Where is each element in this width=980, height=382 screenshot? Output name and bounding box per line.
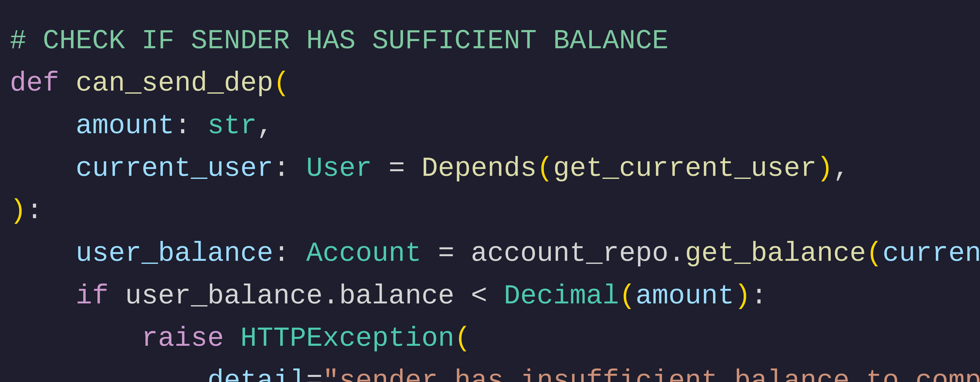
code-token-plain [10,365,207,382]
code-token-type-name: Decimal [504,280,619,312]
code-token-paren: ) [10,195,26,226]
code-token-param-name: amount [76,110,174,142]
code-token-param-name: detail [207,365,306,382]
code-token-plain: = [372,153,422,184]
code-token-param-name: amount [635,280,734,312]
code-token-paren: ) [817,153,833,184]
code-token-type-name: str [207,110,257,142]
code-token-keyword: raise [142,323,224,354]
code-editor: # CHECK IF SENDER HAS SUFFICIENT BALANCE… [10,20,960,382]
code-token-paren: ) [734,280,751,312]
code-token-keyword: if [76,280,108,312]
code-line: user_balance: Account = account_repo.get… [10,232,960,275]
code-token-plain [10,323,142,354]
code-token-param-name: current_user [883,238,980,269]
code-token-paren: ( [537,153,553,184]
code-line: ): [10,189,960,232]
code-token-param-name: user_balance [76,238,273,269]
code-token-plain [10,110,76,142]
code-token-plain: : [26,195,43,226]
code-line: def can_send_dep( [10,62,960,105]
code-token-builtin: Depends [422,153,537,184]
code-token-plain [224,323,240,354]
code-token-plain [59,68,76,99]
code-token-plain: : [273,153,306,184]
code-line: # CHECK IF SENDER HAS SUFFICIENT BALANCE [10,20,960,62]
code-token-plain: : [751,280,767,312]
code-token-plain [10,153,76,184]
code-token-paren: ( [273,68,290,99]
code-token-string: "sender has insufficient balance to comp… [323,365,980,382]
code-token-param-name: current_user [76,153,273,184]
code-line: if user_balance.balance < Decimal(amount… [10,275,960,317]
code-token-function-name: get_current_user [553,153,817,184]
code-line: current_user: User = Depends(get_current… [10,147,960,190]
code-token-plain [10,238,76,269]
code-token-paren: ( [619,280,636,312]
code-token-plain: = account_repo. [422,238,685,269]
code-token-plain: : [175,110,207,142]
code-token-type-name: User [306,153,372,184]
code-token-plain: : [273,238,306,269]
code-token-plain: user_balance.balance < [109,280,504,312]
code-token-type-name: Account [306,238,422,269]
code-token-type-name: HTTPException [240,323,455,354]
code-token-plain: , [257,110,273,142]
code-token-plain: = [306,365,323,382]
code-token-paren: ( [454,323,471,354]
code-token-function-name: get_balance [685,238,866,269]
code-token-function-name: can_send_dep [76,68,273,99]
code-line: raise HTTPException( [10,317,960,360]
code-token-plain: , [833,153,850,184]
code-token-keyword: def [10,68,59,99]
code-line: detail="sender has insufficient balance … [10,360,960,382]
code-line: amount: str, [10,105,960,147]
code-token-comment: # CHECK IF SENDER HAS SUFFICIENT BALANCE [10,25,668,56]
code-token-plain [10,280,76,312]
code-token-paren: ( [866,238,883,269]
